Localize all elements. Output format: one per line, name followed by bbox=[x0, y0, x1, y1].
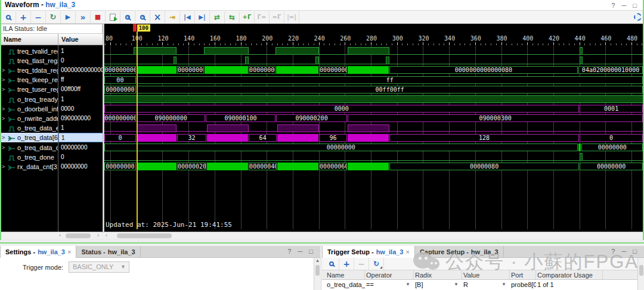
maximize-button[interactable]: □ bbox=[630, 248, 639, 255]
trigger-vertical-scrollbar[interactable] bbox=[637, 258, 644, 290]
value-scroll-thumb[interactable] bbox=[66, 233, 91, 238]
expand-chevron-icon[interactable]: > bbox=[2, 162, 5, 171]
minimize-button[interactable]: ─ bbox=[296, 248, 305, 255]
close-icon[interactable]: × bbox=[405, 247, 409, 258]
signal-row-o_treq_data[63:0][interactable]: >o_treq_data[63:0] bbox=[0, 133, 58, 142]
column-header-operator[interactable]: Operator bbox=[366, 270, 414, 279]
wave-scroll-thumb[interactable] bbox=[117, 233, 172, 238]
signal-row-o_nwrite_addr[33:0][interactable]: >o_nwrite_addr[33:0] bbox=[0, 114, 58, 123]
tab-trigger-setup[interactable]: Trigger Setup - hw_ila_3× bbox=[322, 246, 415, 258]
previous-transition-icon[interactable]: ⇄ bbox=[210, 11, 225, 23]
run-options-icon[interactable]: ↻ bbox=[369, 258, 384, 270]
goto-trigger-icon[interactable]: ⇥ bbox=[165, 11, 180, 23]
tab-settings[interactable]: Settings - hw_ila_3× bbox=[0, 246, 76, 258]
signal-value-o_treq_data_cnt[31:0][interactable]: 00000000 bbox=[58, 143, 103, 152]
value-scroll-right-arrow[interactable]: › bbox=[97, 232, 99, 239]
tab-status[interactable]: Status - hw_ila_3 bbox=[76, 246, 140, 258]
expand-chevron-icon[interactable]: > bbox=[2, 75, 5, 85]
signal-value-treq_tuser_reg2[31:0][interactable]: 00ff00ff bbox=[58, 85, 103, 94]
find-icon[interactable] bbox=[324, 258, 339, 270]
signal-value-o_treq_data[63:0][interactable]: 1 bbox=[58, 133, 103, 142]
expand-chevron-icon[interactable]: > bbox=[2, 104, 5, 114]
zoom-fit-icon[interactable]: × bbox=[150, 11, 165, 23]
chevron-down-icon[interactable]: ▼ bbox=[501, 280, 506, 289]
signal-value-treq_tvalid_reg2[interactable]: 1 bbox=[58, 46, 103, 56]
remove-signal-icon[interactable]: − bbox=[31, 11, 46, 23]
help-button[interactable]: ? bbox=[609, 248, 618, 255]
trigger-table-row[interactable]: o_treq_data_en==▼[B]▼R▼probe8[0]1 of 1 bbox=[322, 280, 637, 290]
value-scroll-left-arrow[interactable]: ‹ bbox=[59, 232, 61, 239]
trigger-cell-operator[interactable]: ==▼ bbox=[366, 280, 414, 290]
column-header-name[interactable]: Name bbox=[327, 270, 365, 279]
trigger-marker-line[interactable] bbox=[137, 32, 138, 229]
column-divider[interactable] bbox=[58, 34, 58, 45]
stop-trigger-icon[interactable]: ■ bbox=[91, 11, 106, 23]
column-header-port[interactable]: Port bbox=[511, 270, 536, 279]
waveform-settings-gear-icon[interactable] bbox=[634, 13, 642, 21]
signal-row-o_treq_data_cnt[31:0][interactable]: >o_treq_data_cnt[31:0] bbox=[0, 143, 58, 152]
signal-row-o_treq_data_en[interactable]: o_treq_data_en bbox=[0, 123, 58, 133]
expand-chevron-icon[interactable]: > bbox=[2, 133, 5, 142]
signal-value-o_treq_data_en[interactable]: 1 bbox=[58, 123, 103, 133]
signal-row-treq_tlast_reg2[interactable]: treq_tlast_reg2 bbox=[0, 56, 58, 66]
minimize-button[interactable]: ─ bbox=[620, 248, 628, 255]
add-signal-icon[interactable]: + bbox=[16, 11, 31, 23]
zoom-out-icon[interactable]: − bbox=[135, 11, 150, 23]
trigger-mode-select[interactable]: BASIC_ONLY ▼ bbox=[69, 261, 129, 273]
trigger-flag[interactable] bbox=[133, 24, 137, 32]
column-header-value[interactable]: Value bbox=[463, 270, 510, 279]
waveform-canvas[interactable]: Updated at: 2025-Jun-21 19:41:55 8010012… bbox=[104, 24, 643, 232]
column-header-radix[interactable]: Radix bbox=[415, 270, 462, 279]
last-time-icon[interactable]: ▶| bbox=[195, 11, 210, 23]
minimize-button[interactable]: ─ bbox=[620, 1, 628, 11]
help-button[interactable]: ? bbox=[609, 1, 618, 11]
tab-capture-setup[interactable]: Capture Setup - hw_ila_3 bbox=[415, 246, 504, 258]
close-icon[interactable]: × bbox=[67, 247, 71, 258]
scroll-thumb[interactable] bbox=[315, 265, 320, 276]
expand-chevron-icon[interactable]: > bbox=[2, 66, 5, 75]
signal-value-treq_tkeep_reg2[7:0][interactable]: ff bbox=[58, 75, 103, 85]
signal-value-o_treq_tready[interactable]: 1 bbox=[58, 95, 103, 104]
name-column-header[interactable]: Name bbox=[4, 34, 21, 45]
export-data-icon[interactable] bbox=[106, 11, 120, 23]
find-icon[interactable] bbox=[1, 11, 16, 23]
wave-scroll-left-arrow[interactable]: ‹ bbox=[106, 232, 107, 239]
expand-chevron-icon[interactable]: > bbox=[2, 143, 5, 152]
expand-chevron-icon[interactable]: > bbox=[2, 85, 5, 94]
chevron-down-icon[interactable]: ▼ bbox=[454, 280, 459, 289]
trigger-cell-value[interactable]: R▼ bbox=[463, 280, 510, 290]
run-trigger-icon[interactable]: ▶ bbox=[61, 11, 76, 23]
signal-row-treq_tvalid_reg2[interactable]: treq_tvalid_reg2 bbox=[0, 46, 58, 56]
help-button[interactable]: ? bbox=[285, 248, 294, 255]
signal-value-o_treq_done[interactable]: 0 bbox=[58, 152, 103, 162]
scroll-up-arrow[interactable]: ▲ bbox=[314, 258, 320, 263]
signal-row-rx_data_cnt[31:0][interactable]: >rx_data_cnt[31:0] bbox=[0, 162, 58, 171]
expand-chevron-icon[interactable]: > bbox=[2, 114, 5, 123]
signal-row-o_treq_done[interactable]: o_treq_done bbox=[0, 152, 58, 162]
value-column-header[interactable]: Value bbox=[61, 34, 79, 45]
trigger-cell-radix[interactable]: [B]▼ bbox=[415, 280, 462, 290]
signal-row-o_treq_tready[interactable]: o_treq_tready bbox=[0, 95, 58, 104]
chevron-down-icon[interactable]: ▼ bbox=[405, 280, 410, 289]
signal-row-treq_tuser_reg2[31:0][interactable]: >treq_tuser_reg2[31:0] bbox=[0, 85, 58, 94]
signal-row-treq_tkeep_reg2[7:0][interactable]: >treq_tkeep_reg2[7:0] bbox=[0, 75, 58, 85]
maximize-button[interactable]: □ bbox=[306, 248, 315, 255]
signal-row-treq_tdata_reg2[63:0][interactable]: >treq_tdata_reg2[63:0] bbox=[0, 66, 58, 75]
add-marker-icon[interactable]: +Γ bbox=[240, 11, 255, 23]
signal-value-o_nwrite_addr[33:0][interactable]: 090000000 bbox=[58, 114, 103, 123]
signal-value-treq_tlast_reg2[interactable]: 0 bbox=[58, 56, 103, 66]
settings-vertical-scrollbar[interactable]: ▲ bbox=[314, 258, 320, 290]
next-transition-icon[interactable]: ⇆ bbox=[225, 11, 240, 23]
column-header-comparator-usage[interactable]: Comparator Usage bbox=[537, 270, 603, 279]
zoom-in-icon[interactable]: + bbox=[120, 11, 135, 23]
signal-value-o_doorbell_info[15:0][interactable]: 0000 bbox=[58, 104, 103, 114]
signal-value-rx_data_cnt[31:0][interactable]: 00000000 bbox=[58, 162, 103, 171]
signal-row-o_doorbell_info[15:0][interactable]: >o_doorbell_info[15:0] bbox=[0, 104, 58, 114]
scroll-thumb[interactable] bbox=[639, 265, 643, 276]
add-probe-icon[interactable]: + bbox=[339, 258, 354, 270]
run-trigger-immediate-icon[interactable]: » bbox=[76, 11, 91, 23]
wave-row-rx_data_cnt[31:0][interactable]: 0000000000000020000000400000006000000080… bbox=[104, 24, 643, 33]
maximize-button[interactable]: □ bbox=[630, 1, 639, 11]
first-time-icon[interactable]: |◀ bbox=[180, 11, 195, 23]
signal-value-treq_tdata_reg2[63:0][interactable]: 0000000000000000 bbox=[58, 66, 103, 75]
